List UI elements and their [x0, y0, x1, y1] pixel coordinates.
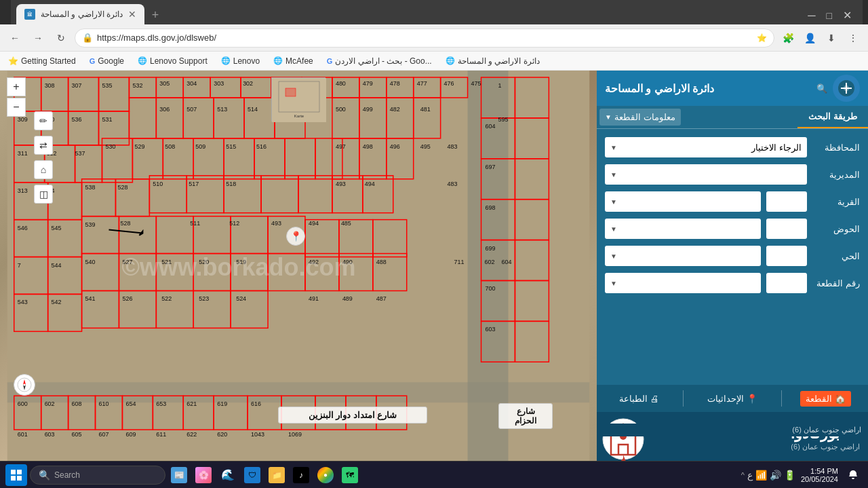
svg-text:306: 306: [159, 106, 170, 113]
minimize-button[interactable]: ─: [805, 7, 818, 24]
download-icon[interactable]: ⬇: [822, 29, 841, 48]
bookmark-google[interactable]: G Google: [87, 55, 127, 67]
taskbar-search-box[interactable]: 🔍 Search: [30, 466, 165, 485]
svg-text:497: 497: [336, 143, 346, 150]
app-logo: [833, 75, 860, 102]
taskbar-windows-security[interactable]: 🛡: [241, 464, 263, 486]
parcel-button[interactable]: 🏠 القطعة: [800, 391, 851, 407]
svg-text:7: 7: [18, 262, 21, 269]
directorate-label: المديرية: [812, 170, 860, 180]
map-area[interactable]: 308307 535532 305304 303302 301 480479 4…: [0, 71, 597, 464]
plot-number-input-1[interactable]: [766, 273, 807, 293]
street-label-1: شارع امتداد دوار البنزين: [278, 407, 427, 424]
svg-text:699: 699: [486, 245, 496, 252]
tab-close-button[interactable]: ✕: [128, 10, 136, 19]
village-select[interactable]: [605, 191, 761, 212]
svg-text:511: 511: [190, 220, 200, 227]
province-select[interactable]: الرجاء الاختيار: [605, 137, 807, 157]
new-tab-button[interactable]: +: [146, 5, 165, 24]
zoom-out-button[interactable]: −: [7, 98, 26, 117]
bookmark-mcafee[interactable]: 🌐 McAfee: [271, 55, 316, 67]
taskbar-tiktok[interactable]: ♪: [290, 464, 312, 486]
menu-icon[interactable]: ⋮: [844, 29, 863, 48]
svg-text:602: 602: [45, 400, 55, 407]
plot-number-label: رقم القطعة: [812, 278, 860, 288]
taskbar-file-explorer[interactable]: 📁: [266, 464, 288, 486]
svg-text:475: 475: [471, 80, 481, 87]
layers-tool[interactable]: ◫: [34, 185, 53, 204]
network-icon[interactable]: 📶: [755, 470, 767, 481]
parcel-info-dropdown[interactable]: معلومات القطعة ▼: [599, 109, 681, 126]
refresh-button[interactable]: ↻: [52, 29, 71, 48]
svg-text:493: 493: [336, 181, 346, 187]
footer-divider-2: [683, 390, 684, 407]
province-label: المحافظة: [812, 143, 860, 153]
svg-text:520: 520: [199, 259, 209, 265]
svg-text:303: 303: [214, 80, 224, 87]
bookmark-getting-started[interactable]: ⭐ Getting Started: [5, 55, 79, 67]
svg-text:490: 490: [342, 259, 353, 265]
volume-icon[interactable]: 🔊: [770, 470, 781, 481]
svg-text:541: 541: [85, 295, 96, 302]
bookmark-lenovo-support[interactable]: 🌐 Lenovo Support: [135, 55, 210, 67]
svg-text:485: 485: [341, 220, 351, 227]
taskbar-widgets[interactable]: 📰: [168, 464, 190, 486]
footer-divider-1: [781, 390, 782, 407]
taskbar-maps[interactable]: 🗺: [339, 464, 361, 486]
active-tab[interactable]: 🏛 دائرة الاراضي و المساحة ✕: [16, 4, 144, 24]
forward-button[interactable]: →: [28, 29, 47, 48]
neighborhood-row: الحي: [605, 246, 860, 266]
search-header-icon[interactable]: 🔍: [816, 83, 827, 94]
taskbar-chrome[interactable]: ●: [315, 464, 336, 486]
basin-select[interactable]: [605, 219, 761, 239]
bookmark-lenovo[interactable]: 🌐 Lenovo: [218, 55, 262, 67]
address-bar[interactable]: 🔒 https://maps.dls.gov.jo/dlsweb/ ⭐: [75, 29, 774, 48]
svg-text:307: 307: [72, 82, 82, 89]
taskbar-photos[interactable]: 🌸: [193, 464, 214, 486]
svg-text:537: 537: [75, 150, 85, 157]
neighborhood-select-wrapper: [605, 246, 761, 266]
svg-text:1: 1: [498, 82, 501, 89]
taskbar-edge[interactable]: 🌊: [217, 464, 239, 486]
bookmark-dls[interactable]: 🌐 دائرة الاراضي و المساحة: [443, 55, 542, 67]
battery-icon[interactable]: 🔋: [784, 470, 795, 481]
neighborhood-select[interactable]: [605, 246, 761, 266]
profile-icon[interactable]: 👤: [800, 29, 819, 48]
home-tool[interactable]: ⌂: [34, 160, 53, 179]
svg-text:308: 308: [45, 82, 55, 89]
zoom-in-button[interactable]: +: [7, 77, 26, 96]
back-button[interactable]: ←: [5, 29, 24, 48]
location-button[interactable]: 📍: [286, 227, 305, 246]
svg-text:528: 528: [120, 220, 130, 227]
logo-tagline: اراضي جنوب عمان (6): [791, 443, 860, 451]
street-label-2: شارعالحزام: [498, 403, 553, 429]
svg-text:492: 492: [309, 259, 319, 265]
svg-text:610: 610: [99, 400, 109, 407]
basin-number-input[interactable]: [766, 219, 807, 239]
coordinates-button[interactable]: 📍 الإحداثيات: [702, 391, 763, 407]
print-button[interactable]: 🖨 الطباعة: [614, 391, 665, 407]
plot-number-select[interactable]: [605, 273, 761, 293]
pan-tool[interactable]: ⇄: [34, 136, 53, 155]
pencil-tool[interactable]: ✏: [34, 111, 53, 130]
svg-text:477: 477: [417, 80, 427, 87]
maximize-button[interactable]: □: [824, 7, 835, 24]
tab-search-method[interactable]: طريقة البحث: [797, 106, 868, 128]
extensions-icon[interactable]: 🧩: [778, 29, 797, 48]
close-button[interactable]: ✕: [840, 6, 854, 24]
start-button[interactable]: [5, 464, 27, 486]
bookmark-search-arabic[interactable]: G بحث - اراضي الاردن - Goo...: [324, 55, 435, 67]
tray-chevron[interactable]: ^: [741, 471, 745, 479]
svg-text:536: 536: [72, 116, 82, 123]
svg-text:521: 521: [161, 259, 172, 265]
neighborhood-number-input[interactable]: [766, 246, 807, 266]
svg-text:309: 309: [18, 116, 28, 123]
plot-number-select-wrapper: [605, 273, 761, 293]
svg-text:487: 487: [376, 295, 387, 302]
taskbar-right: ^ ع 📶 🔊 🔋 1:54 PM 20/05/2024: [741, 466, 863, 485]
directorate-select[interactable]: [605, 164, 807, 185]
notification-button[interactable]: [844, 466, 863, 485]
bookmark-label: Lenovo Support: [150, 56, 208, 66]
svg-text:522: 522: [161, 295, 172, 302]
village-number-input[interactable]: [766, 191, 807, 212]
